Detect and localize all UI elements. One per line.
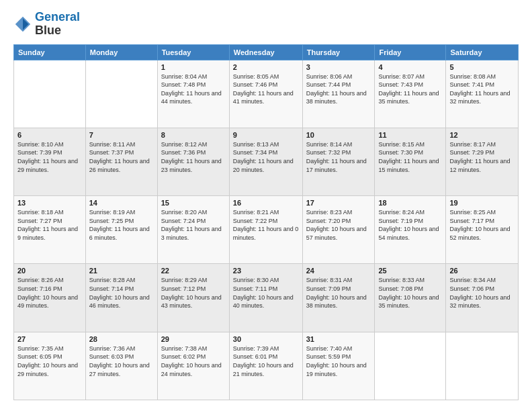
calendar-cell: 30Sunrise: 7:39 AM Sunset: 6:01 PM Dayli… <box>229 332 302 400</box>
day-number: 10 <box>306 131 371 139</box>
day-number: 24 <box>306 267 371 275</box>
calendar-cell: 1Sunrise: 8:04 AM Sunset: 7:48 PM Daylig… <box>157 60 229 128</box>
calendar-cell: 16Sunrise: 8:21 AM Sunset: 7:22 PM Dayli… <box>229 196 302 264</box>
day-info: Sunrise: 7:35 AM Sunset: 6:05 PM Dayligh… <box>17 345 82 378</box>
day-info: Sunrise: 8:12 AM Sunset: 7:36 PM Dayligh… <box>161 140 226 174</box>
day-number: 6 <box>17 131 82 139</box>
day-number: 28 <box>89 335 154 343</box>
day-info: Sunrise: 8:20 AM Sunset: 7:24 PM Dayligh… <box>161 208 226 242</box>
day-number: 8 <box>161 131 226 139</box>
calendar-cell: 11Sunrise: 8:15 AM Sunset: 7:30 PM Dayli… <box>375 128 446 195</box>
day-info: Sunrise: 8:23 AM Sunset: 7:20 PM Dayligh… <box>306 208 371 242</box>
day-number: 31 <box>306 335 371 343</box>
day-number: 21 <box>89 267 154 275</box>
calendar-cell: 15Sunrise: 8:20 AM Sunset: 7:24 PM Dayli… <box>157 196 229 264</box>
day-info: Sunrise: 8:28 AM Sunset: 7:14 PM Dayligh… <box>89 276 154 310</box>
calendar-cell: 4Sunrise: 8:07 AM Sunset: 7:43 PM Daylig… <box>375 60 446 128</box>
day-number: 4 <box>378 63 442 71</box>
calendar-cell: 13Sunrise: 8:18 AM Sunset: 7:27 PM Dayli… <box>14 196 86 264</box>
day-info: Sunrise: 7:36 AM Sunset: 6:03 PM Dayligh… <box>89 345 154 378</box>
day-info: Sunrise: 7:40 AM Sunset: 5:59 PM Dayligh… <box>306 345 371 378</box>
day-number: 17 <box>306 199 371 207</box>
day-info: Sunrise: 8:08 AM Sunset: 7:41 PM Dayligh… <box>449 73 515 106</box>
day-info: Sunrise: 8:25 AM Sunset: 7:17 PM Dayligh… <box>449 208 515 242</box>
weekday-header-friday: Friday <box>375 44 446 60</box>
day-info: Sunrise: 8:19 AM Sunset: 7:25 PM Dayligh… <box>89 208 154 242</box>
day-number: 14 <box>89 199 154 207</box>
calendar-cell <box>14 60 86 128</box>
calendar-cell: 22Sunrise: 8:29 AM Sunset: 7:12 PM Dayli… <box>157 264 229 332</box>
calendar-cell: 21Sunrise: 8:28 AM Sunset: 7:14 PM Dayli… <box>85 264 157 332</box>
day-info: Sunrise: 8:06 AM Sunset: 7:44 PM Dayligh… <box>306 73 371 106</box>
calendar-cell: 23Sunrise: 8:30 AM Sunset: 7:11 PM Dayli… <box>229 264 302 332</box>
calendar-cell <box>375 332 446 400</box>
day-info: Sunrise: 8:21 AM Sunset: 7:22 PM Dayligh… <box>233 208 299 242</box>
calendar-cell: 19Sunrise: 8:25 AM Sunset: 7:17 PM Dayli… <box>446 196 519 264</box>
logo: General Blue <box>13 11 80 38</box>
day-number: 22 <box>161 267 226 275</box>
day-info: Sunrise: 7:38 AM Sunset: 6:02 PM Dayligh… <box>161 345 226 378</box>
weekday-header-monday: Monday <box>85 44 157 60</box>
calendar-cell <box>446 332 519 400</box>
calendar-cell: 6Sunrise: 8:10 AM Sunset: 7:39 PM Daylig… <box>14 128 86 195</box>
logo-icon <box>13 15 32 34</box>
calendar-cell: 7Sunrise: 8:11 AM Sunset: 7:37 PM Daylig… <box>85 128 157 195</box>
day-info: Sunrise: 8:07 AM Sunset: 7:43 PM Dayligh… <box>378 73 442 106</box>
day-info: Sunrise: 8:24 AM Sunset: 7:19 PM Dayligh… <box>378 208 442 242</box>
calendar-table: SundayMondayTuesdayWednesdayThursdayFrid… <box>13 44 519 400</box>
calendar-cell: 18Sunrise: 8:24 AM Sunset: 7:19 PM Dayli… <box>375 196 446 264</box>
day-info: Sunrise: 8:17 AM Sunset: 7:29 PM Dayligh… <box>449 140 515 174</box>
calendar-cell: 27Sunrise: 7:35 AM Sunset: 6:05 PM Dayli… <box>14 332 86 400</box>
calendar-cell: 5Sunrise: 8:08 AM Sunset: 7:41 PM Daylig… <box>446 60 519 128</box>
calendar-cell: 2Sunrise: 8:05 AM Sunset: 7:46 PM Daylig… <box>229 60 302 128</box>
day-number: 1 <box>161 63 226 71</box>
day-info: Sunrise: 8:14 AM Sunset: 7:32 PM Dayligh… <box>306 140 371 174</box>
day-number: 18 <box>378 199 442 207</box>
day-number: 2 <box>233 63 299 71</box>
day-number: 27 <box>17 335 82 343</box>
day-number: 9 <box>233 131 299 139</box>
day-info: Sunrise: 8:26 AM Sunset: 7:16 PM Dayligh… <box>17 276 82 310</box>
calendar-cell: 8Sunrise: 8:12 AM Sunset: 7:36 PM Daylig… <box>157 128 229 195</box>
weekday-header-wednesday: Wednesday <box>229 44 302 60</box>
day-number: 5 <box>449 63 515 71</box>
day-number: 19 <box>449 199 515 207</box>
calendar-cell: 26Sunrise: 8:34 AM Sunset: 7:06 PM Dayli… <box>446 264 519 332</box>
day-info: Sunrise: 8:10 AM Sunset: 7:39 PM Dayligh… <box>17 140 82 174</box>
day-info: Sunrise: 7:39 AM Sunset: 6:01 PM Dayligh… <box>233 345 299 378</box>
day-info: Sunrise: 8:18 AM Sunset: 7:27 PM Dayligh… <box>17 208 82 242</box>
day-info: Sunrise: 8:05 AM Sunset: 7:46 PM Dayligh… <box>233 73 299 106</box>
weekday-header-saturday: Saturday <box>446 44 519 60</box>
day-number: 25 <box>378 267 442 275</box>
page: General Blue SundayMondayTuesdayWednesda… <box>0 0 532 411</box>
day-number: 30 <box>233 335 299 343</box>
header: General Blue <box>13 11 519 38</box>
day-info: Sunrise: 8:31 AM Sunset: 7:09 PM Dayligh… <box>306 276 371 310</box>
calendar-cell: 3Sunrise: 8:06 AM Sunset: 7:44 PM Daylig… <box>302 60 375 128</box>
calendar-cell: 12Sunrise: 8:17 AM Sunset: 7:29 PM Dayli… <box>446 128 519 195</box>
day-info: Sunrise: 8:29 AM Sunset: 7:12 PM Dayligh… <box>161 276 226 310</box>
day-number: 29 <box>161 335 226 343</box>
calendar-cell: 29Sunrise: 7:38 AM Sunset: 6:02 PM Dayli… <box>157 332 229 400</box>
calendar-cell: 25Sunrise: 8:33 AM Sunset: 7:08 PM Dayli… <box>375 264 446 332</box>
day-number: 11 <box>378 131 442 139</box>
day-info: Sunrise: 8:34 AM Sunset: 7:06 PM Dayligh… <box>449 276 515 310</box>
day-info: Sunrise: 8:33 AM Sunset: 7:08 PM Dayligh… <box>378 276 442 310</box>
day-number: 20 <box>17 267 82 275</box>
day-number: 12 <box>449 131 515 139</box>
calendar-cell <box>85 60 157 128</box>
weekday-header-sunday: Sunday <box>14 44 86 60</box>
calendar-cell: 17Sunrise: 8:23 AM Sunset: 7:20 PM Dayli… <box>302 196 375 264</box>
day-info: Sunrise: 8:30 AM Sunset: 7:11 PM Dayligh… <box>233 276 299 310</box>
day-info: Sunrise: 8:15 AM Sunset: 7:30 PM Dayligh… <box>378 140 442 174</box>
day-number: 16 <box>233 199 299 207</box>
day-number: 7 <box>89 131 154 139</box>
logo-text: General Blue <box>35 11 80 38</box>
calendar-cell: 10Sunrise: 8:14 AM Sunset: 7:32 PM Dayli… <box>302 128 375 195</box>
weekday-header-thursday: Thursday <box>302 44 375 60</box>
day-info: Sunrise: 8:13 AM Sunset: 7:34 PM Dayligh… <box>233 140 299 174</box>
calendar-cell: 31Sunrise: 7:40 AM Sunset: 5:59 PM Dayli… <box>302 332 375 400</box>
day-number: 23 <box>233 267 299 275</box>
day-number: 13 <box>17 199 82 207</box>
day-number: 3 <box>306 63 371 71</box>
